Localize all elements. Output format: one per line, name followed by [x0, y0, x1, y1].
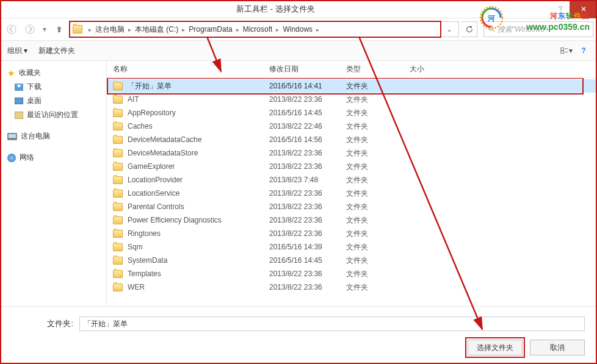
folder-row[interactable]: AppRepository2016/5/16 14:45文件夹	[107, 106, 597, 120]
row-type: 文件夹	[346, 255, 410, 266]
sidebar-recent[interactable]: 最近访问的位置	[0, 108, 106, 122]
row-type: 文件夹	[346, 188, 410, 199]
pc-icon	[7, 133, 17, 140]
svg-rect-4	[561, 48, 564, 50]
folder-icon	[113, 136, 123, 144]
row-type: 文件夹	[346, 282, 410, 293]
folder-icon	[113, 82, 123, 90]
help-button[interactable]: ?	[551, 0, 570, 18]
sidebar: ★收藏夹 下载 桌面 最近访问的位置 这台电脑 网络	[0, 61, 107, 306]
folder-icon	[113, 109, 123, 117]
folder-row[interactable]: AIT2013/8/22 23:36文件夹	[107, 93, 597, 106]
row-type: 文件夹	[346, 108, 410, 118]
row-name: 「开始」菜单	[128, 81, 172, 91]
folder-row[interactable]: GameExplorer2013/8/22 23:36文件夹	[107, 160, 597, 173]
toolbar: 组织 ▾ 新建文件夹 ▾ ?	[0, 40, 597, 61]
svg-point-1	[26, 25, 34, 34]
folder-row[interactable]: Parental Controls2013/8/22 23:36文件夹	[107, 200, 597, 213]
breadcrumb-segment[interactable]: Microsoft	[243, 25, 273, 34]
chevron-right-icon: ▸	[89, 26, 92, 33]
file-list: 名称 修改日期 类型 大小 「开始」菜单2016/5/16 14:41文件夹AI…	[107, 61, 597, 306]
row-date: 2013/8/22 23:36	[269, 162, 346, 171]
forward-button[interactable]	[22, 21, 38, 37]
folder-row[interactable]: Sqm2016/5/16 14:39文件夹	[107, 240, 597, 254]
folder-row[interactable]: DeviceMetadataCache2016/5/16 14:56文件夹	[107, 133, 597, 146]
col-type-header[interactable]: 类型	[346, 64, 410, 74]
breadcrumb[interactable]: ▸ 这台电脑 ▸ 本地磁盘 (C:) ▸ ProgramData ▸ Micro…	[70, 21, 459, 37]
close-button[interactable]: ✕	[570, 0, 597, 18]
cancel-button[interactable]: 取消	[530, 340, 585, 355]
folder-icon	[113, 243, 123, 251]
row-name: Sqm	[128, 243, 143, 251]
folder-name-label: 文件夹:	[12, 318, 79, 329]
row-date: 2016/5/16 14:45	[269, 256, 346, 265]
back-button[interactable]	[4, 21, 20, 37]
col-name-header[interactable]: 名称	[113, 64, 269, 74]
row-name: SystemData	[128, 256, 167, 265]
refresh-button[interactable]	[461, 21, 477, 37]
folder-icon	[113, 230, 123, 238]
sidebar-network[interactable]: 网络	[0, 151, 106, 165]
folder-row[interactable]: LocationProvider2013/8/23 7:48文件夹	[107, 173, 597, 187]
folder-row[interactable]: SystemData2016/5/16 14:45文件夹	[107, 254, 597, 267]
column-headers: 名称 修改日期 类型 大小	[107, 61, 597, 78]
folder-row[interactable]: Ringtones2013/8/22 23:36文件夹	[107, 227, 597, 240]
svg-text:河: 河	[487, 14, 495, 23]
folder-row[interactable]: WER2013/8/22 23:36文件夹	[107, 280, 597, 294]
row-type: 文件夹	[346, 162, 410, 172]
row-type: 文件夹	[346, 135, 410, 145]
folder-icon	[113, 257, 123, 265]
row-name: Parental Controls	[128, 202, 184, 211]
row-date: 2016/5/16 14:56	[269, 135, 346, 144]
folder-row[interactable]: Caches2013/8/22 22:46文件夹	[107, 120, 597, 133]
breadcrumb-segment[interactable]: Windows	[283, 25, 313, 34]
network-icon	[7, 154, 16, 162]
breadcrumb-segment[interactable]: ProgramData	[189, 25, 232, 34]
star-icon: ★	[7, 68, 15, 78]
sidebar-desktop[interactable]: 桌面	[0, 94, 106, 108]
row-type: 文件夹	[346, 242, 410, 252]
folder-row[interactable]: Power Efficiency Diagnostics2013/8/22 23…	[107, 213, 597, 227]
col-size-header[interactable]: 大小	[410, 64, 458, 74]
sidebar-favorites[interactable]: ★收藏夹	[0, 66, 106, 80]
folder-row[interactable]: 「开始」菜单2016/5/16 14:41文件夹	[107, 79, 597, 93]
row-name: WER	[128, 283, 145, 291]
up-button[interactable]	[51, 21, 67, 37]
nav-bar: ▾ ▸ 这台电脑 ▸ 本地磁盘 (C:) ▸ ProgramData ▸ Mic…	[0, 18, 597, 40]
row-type: 文件夹	[346, 121, 410, 132]
select-folder-button[interactable]: 选择文件夹	[468, 340, 523, 355]
folder-row[interactable]: DeviceMetadataStore2013/8/22 23:36文件夹	[107, 146, 597, 160]
row-name: DeviceMetadataStore	[128, 149, 198, 157]
chevron-right-icon: ▸	[236, 26, 239, 33]
svg-rect-5	[561, 51, 564, 54]
folder-row[interactable]: LocationService2013/8/22 23:36文件夹	[107, 187, 597, 200]
sidebar-downloads[interactable]: 下载	[0, 80, 106, 94]
folder-name-input[interactable]	[79, 316, 585, 331]
row-date: 2016/5/16 14:41	[269, 82, 346, 90]
breadcrumb-dropdown[interactable]: ⌄	[443, 25, 456, 34]
row-date: 2016/5/16 14:39	[269, 243, 346, 251]
sidebar-thispc[interactable]: 这台电脑	[0, 129, 106, 143]
row-type: 文件夹	[346, 81, 410, 91]
folder-row[interactable]: Templates2013/8/22 23:36文件夹	[107, 267, 597, 280]
chevron-right-icon: ▸	[128, 26, 131, 33]
row-date: 2013/8/22 23:36	[269, 229, 346, 238]
folder-icon	[113, 203, 123, 211]
view-options-button[interactable]: ▾	[560, 45, 573, 56]
folder-icon	[73, 25, 82, 34]
recent-locations-button[interactable]: ▾	[40, 21, 49, 37]
row-name: Templates	[128, 269, 161, 278]
help-icon[interactable]: ?	[577, 45, 590, 56]
row-name: GameExplorer	[128, 162, 175, 171]
row-name: Caches	[128, 122, 153, 130]
row-type: 文件夹	[346, 215, 410, 226]
recent-icon	[15, 112, 23, 119]
row-date: 2013/8/22 23:36	[269, 216, 346, 224]
row-date: 2016/5/16 14:45	[269, 109, 346, 117]
breadcrumb-segment[interactable]: 本地磁盘 (C:)	[135, 24, 178, 35]
col-date-header[interactable]: 修改日期	[269, 64, 346, 74]
organize-button[interactable]: 组织 ▾	[7, 46, 27, 56]
breadcrumb-segment[interactable]: 这台电脑	[95, 24, 125, 35]
folder-icon	[113, 216, 123, 224]
new-folder-button[interactable]: 新建文件夹	[38, 46, 75, 56]
